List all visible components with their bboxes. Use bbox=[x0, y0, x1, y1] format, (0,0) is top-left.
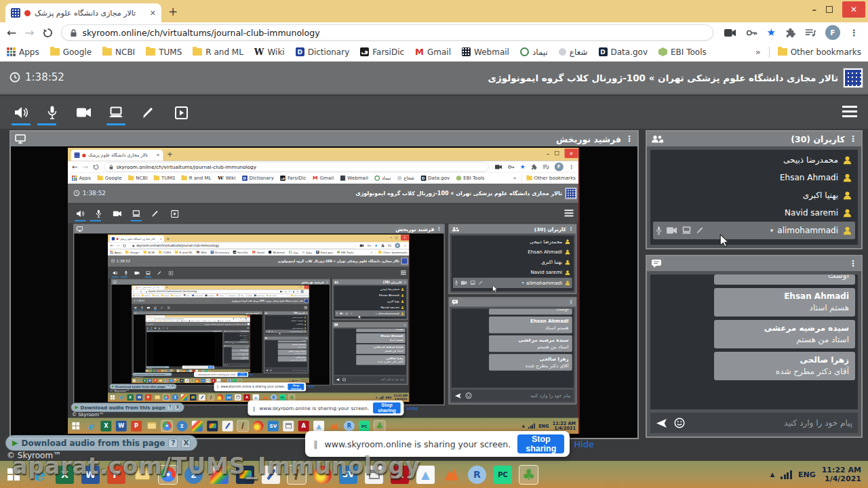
bookmark-r-and-ml[interactable]: R and ML bbox=[169, 321, 175, 322]
webcam-permission-icon[interactable] bbox=[268, 331, 270, 332]
bookmark-ncbi[interactable]: NCBI bbox=[144, 251, 155, 254]
bookmark-star-icon[interactable]: ★ bbox=[520, 163, 526, 171]
emoji-icon[interactable] bbox=[674, 418, 685, 428]
screen-permission-icon[interactable] bbox=[345, 312, 349, 315]
menu-hamburger-icon[interactable] bbox=[565, 209, 574, 218]
whiteboard-button[interactable] bbox=[138, 102, 159, 123]
user-row[interactable]: Navid saremi bbox=[224, 339, 249, 341]
pen-tool-icon[interactable] bbox=[177, 370, 179, 372]
forward-button[interactable]: → bbox=[149, 318, 150, 319]
other-bookmarks[interactable]: Other bookmarks bbox=[291, 295, 308, 297]
playlist-icon[interactable] bbox=[805, 28, 816, 37]
webcam-permission-icon[interactable] bbox=[667, 227, 677, 234]
media-play-button[interactable] bbox=[166, 327, 169, 329]
chat-message-list[interactable]: اوست Ehsan Ahmadi هستم استاد سیده مرضیه … bbox=[452, 308, 574, 388]
bookmark-star-icon[interactable]: ★ bbox=[238, 318, 239, 319]
start-button[interactable] bbox=[132, 379, 136, 382]
mic-button[interactable] bbox=[151, 327, 153, 329]
acrobat-icon[interactable]: A bbox=[298, 420, 309, 431]
bookmark-star-icon[interactable]: ★ bbox=[289, 291, 291, 293]
screen-share-button[interactable] bbox=[130, 208, 142, 220]
download-help-button[interactable]: ? bbox=[168, 439, 178, 448]
window-minimize-button[interactable]: – bbox=[298, 286, 298, 288]
start-button[interactable] bbox=[146, 370, 148, 372]
bookmark-apps[interactable]: Apps bbox=[110, 251, 121, 254]
forward-button[interactable]: → bbox=[117, 243, 120, 247]
pen-permission-icon[interactable] bbox=[479, 281, 484, 285]
bookmark-gmail[interactable]: MGmail bbox=[216, 295, 224, 297]
screen-permission-icon[interactable] bbox=[682, 226, 692, 235]
window-minimize-button[interactable]: – bbox=[243, 315, 244, 317]
prism-color-app-icon[interactable] bbox=[181, 394, 187, 401]
window-restore-button[interactable] bbox=[826, 6, 833, 13]
webcam-button[interactable] bbox=[146, 306, 151, 310]
user-row[interactable]: Ehsan Ahmadi bbox=[653, 169, 855, 186]
bookmark-dictionary[interactable]: DDictionary bbox=[181, 321, 188, 322]
forward-button[interactable]: → bbox=[24, 27, 34, 39]
users-panel-menu-icon[interactable]: ⋮ bbox=[568, 226, 573, 232]
bookmark-datagov[interactable]: DData.gov bbox=[316, 251, 333, 254]
bookmark-ncbi[interactable]: NCBI bbox=[158, 321, 162, 322]
user-row-selected[interactable]: alimohammadi ▾ bbox=[335, 310, 406, 317]
chat-input[interactable]: پیام خود را وارد کنید bbox=[452, 390, 574, 402]
browser-menu-icon[interactable]: ⋮ bbox=[306, 291, 308, 293]
internet-explorer-icon[interactable]: e bbox=[85, 420, 96, 431]
emoji-icon[interactable] bbox=[270, 369, 272, 371]
window-minimize-button[interactable]: – bbox=[812, 5, 817, 15]
bookmark-datagov[interactable]: DData.gov bbox=[218, 321, 224, 322]
bookmark-nimad[interactable]: نیماد bbox=[208, 321, 212, 322]
download-audio-bar[interactable]: ▶ Download audio from this page ? X bbox=[71, 403, 184, 411]
pycharm-icon[interactable]: PC bbox=[233, 379, 237, 382]
language-indicator[interactable]: ENG bbox=[385, 396, 391, 399]
endnote-icon[interactable] bbox=[252, 420, 263, 431]
language-indicator[interactable]: ENG bbox=[242, 370, 244, 371]
bookmark-star-icon[interactable]: ★ bbox=[767, 26, 776, 39]
bookmark-r-and-ml[interactable]: R and ML bbox=[193, 47, 243, 57]
tray-clock[interactable]: 11:22 AM 1/4/2021 bbox=[822, 466, 861, 483]
math-tool-icon[interactable]: Σ bbox=[167, 370, 170, 372]
hide-notification-link[interactable]: Hide bbox=[571, 439, 597, 449]
bookmark-farsidic[interactable]: فFarsiDic bbox=[280, 176, 306, 181]
plant-app-icon[interactable]: ♣ bbox=[519, 466, 538, 484]
imagej-icon[interactable] bbox=[180, 370, 182, 372]
webcam-permission-icon[interactable] bbox=[340, 312, 343, 314]
bookmark-google[interactable]: Google bbox=[142, 295, 151, 297]
pen-tool-icon[interactable] bbox=[185, 379, 189, 382]
smartviewer-icon[interactable]: SV bbox=[186, 370, 189, 372]
tray-expand-icon[interactable]: ▲ bbox=[770, 471, 775, 478]
browser-tab[interactable]: تالار مجازی دانشگاه علوم پزشک ✕ bbox=[146, 315, 165, 317]
reload-button[interactable] bbox=[151, 318, 152, 319]
endnote-icon[interactable] bbox=[196, 379, 200, 382]
back-button[interactable]: ← bbox=[146, 318, 147, 319]
window-app-icon[interactable] bbox=[189, 370, 191, 372]
language-indicator[interactable]: ENG bbox=[538, 423, 549, 428]
panel-menu-icon[interactable]: ⋮ bbox=[260, 312, 261, 314]
mic-button[interactable] bbox=[93, 208, 105, 220]
profile-avatar[interactable]: F bbox=[395, 243, 400, 248]
tray-clock[interactable]: 11:22 AM 1/4/2021 bbox=[393, 394, 407, 401]
media-viewer-icon[interactable] bbox=[207, 420, 218, 431]
bookmark-ebi-tools[interactable]: EBI Tools bbox=[658, 47, 707, 57]
prism-color-app-icon[interactable] bbox=[192, 420, 203, 431]
bookmark-datagov[interactable]: DData.gov bbox=[599, 47, 648, 57]
pycharm-icon[interactable]: PC bbox=[205, 370, 207, 372]
mic-permission-icon[interactable] bbox=[656, 226, 662, 235]
powerpoint-icon[interactable]: P bbox=[158, 370, 160, 372]
bookmark-dictionary[interactable]: DDictionary bbox=[211, 251, 230, 254]
bookmark-shoa[interactable]: شعاع bbox=[246, 295, 252, 297]
tray-expand-icon[interactable]: ▲ bbox=[522, 424, 525, 428]
browser-menu-icon[interactable]: ⋮ bbox=[403, 244, 407, 247]
user-row[interactable]: بهنیا اکبری bbox=[224, 337, 249, 339]
window-close-button[interactable]: ✕ bbox=[842, 1, 865, 18]
user-row[interactable]: Ehsan Ahmadi bbox=[453, 247, 572, 257]
tab-close-icon[interactable]: ✕ bbox=[162, 287, 163, 289]
acrobat-icon[interactable]: A bbox=[193, 370, 195, 372]
user-row[interactable]: محمدرضا ذبیحی bbox=[335, 286, 406, 292]
user-row[interactable]: Navid saremi bbox=[265, 326, 307, 329]
webcam-button[interactable] bbox=[73, 102, 94, 123]
chat-input[interactable]: پیام خود را وارد کنید bbox=[265, 368, 308, 372]
playlist-icon[interactable] bbox=[388, 244, 392, 247]
menu-hamburger-icon[interactable] bbox=[248, 327, 250, 329]
stop-sharing-button[interactable]: Stop sharing bbox=[208, 366, 214, 368]
powerpoint-icon[interactable]: P bbox=[153, 379, 157, 382]
